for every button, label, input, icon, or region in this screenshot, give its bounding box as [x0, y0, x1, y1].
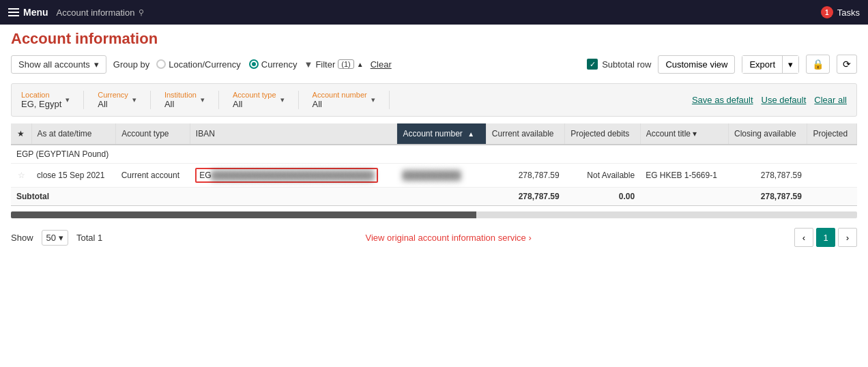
filter-section: ▼ Filter (1) ▲ — [304, 59, 364, 70]
pin-icon[interactable]: ⚲ — [139, 8, 144, 17]
account-type-filter-value: All — [233, 99, 242, 109]
menu-label: Menu — [23, 7, 48, 18]
filter-institution[interactable]: Institution All ▾ — [164, 91, 219, 109]
subtotal-projected — [807, 188, 857, 206]
footer: Show 50 ▾ Total 1 View original account … — [11, 224, 857, 251]
cell-closing-available: 278,787.59 — [728, 164, 807, 188]
currency-chevron-icon[interactable]: ▾ — [132, 96, 136, 104]
filter-account-number[interactable]: Account number All ▾ — [313, 91, 390, 109]
show-value: 50 — [46, 233, 56, 243]
th-projected-debits[interactable]: Projected debits — [565, 123, 640, 145]
radio-currency[interactable]: Currency — [249, 59, 298, 70]
cell-account-type: Current account — [116, 164, 190, 188]
filter-currency[interactable]: Currency All ▾ — [98, 91, 151, 109]
th-closing-available[interactable]: Closing available — [728, 123, 807, 145]
horizontal-scrollbar[interactable] — [11, 211, 857, 218]
subtotal-account-number — [397, 188, 486, 206]
th-iban[interactable]: IBAN — [190, 123, 397, 145]
top-nav: Menu Account information ⚲ 1 Tasks — [0, 0, 868, 25]
cell-star[interactable]: ☆ — [11, 164, 31, 188]
th-account-type[interactable]: Account type — [116, 123, 190, 145]
radio-circle-currency — [249, 59, 259, 69]
breadcrumb-text: Account information — [57, 8, 135, 18]
filter-bar: Location EG, Egypt ▾ Currency All ▾ Inst… — [11, 83, 857, 117]
clear-button[interactable]: Clear — [371, 59, 392, 70]
accounts-table: ★ As at date/time Account type IBAN Acco… — [11, 123, 857, 206]
th-date[interactable]: As at date/time — [31, 123, 116, 145]
group-by-radio-group: Location/Currency Currency — [156, 59, 297, 70]
subtotal-row-toggle[interactable]: Subtotal row — [587, 59, 651, 70]
page-title: Account information — [11, 30, 857, 48]
account-number-chevron-icon[interactable]: ▾ — [371, 96, 375, 104]
cell-account-title: EG HKEB 1-5669-1 — [640, 164, 728, 188]
account-number-blurred: ██████████ — [403, 171, 461, 180]
show-label: Show — [11, 233, 33, 243]
clear-all-button[interactable]: Clear all — [814, 95, 847, 105]
cell-account-number: ██████████ — [397, 164, 486, 188]
view-original-link[interactable]: View original account information servic… — [366, 233, 532, 243]
account-number-filter-value: All — [313, 99, 322, 109]
customise-view-button[interactable]: Customise view — [658, 55, 735, 74]
cell-projected-debits: Not Available — [565, 164, 640, 188]
refresh-button[interactable]: ⟳ — [837, 55, 857, 74]
chevron-down-icon: ▾ — [94, 59, 99, 70]
breadcrumb: Account information ⚲ — [57, 8, 145, 18]
th-account-title[interactable]: Account title ▾ — [640, 123, 728, 145]
show-select[interactable]: 50 ▾ — [42, 230, 68, 246]
use-default-button[interactable]: Use default — [762, 95, 807, 105]
th-star[interactable]: ★ — [11, 123, 31, 145]
subtotal-label-cell: Subtotal — [11, 188, 397, 206]
filter-label: Filter — [315, 59, 335, 70]
th-projected[interactable]: Projected — [807, 123, 857, 145]
export-group: Export ▾ — [742, 55, 799, 74]
th-account-number[interactable]: Account number ▲ — [397, 123, 486, 145]
radio-location-currency[interactable]: Location/Currency — [156, 59, 241, 70]
export-chevron-button[interactable]: ▾ — [783, 56, 798, 73]
chevron-down-icon: ▾ — [693, 129, 697, 138]
filter-location[interactable]: Location EG, Egypt ▾ — [21, 91, 84, 109]
save-default-button[interactable]: Save as default — [692, 95, 753, 105]
subtotal-checkbox[interactable] — [587, 59, 598, 70]
tasks-label: Tasks — [837, 8, 860, 18]
filter-icon: ▼ — [304, 59, 313, 70]
page-content: Account information Show all accounts ▾ … — [0, 25, 868, 367]
currency-radio-label: Currency — [261, 59, 298, 70]
filter-actions: Save as default Use default Clear all — [692, 95, 847, 105]
group-header-row: EGP (EGYPTIAN Pound) — [11, 145, 857, 164]
subtotal-label: Subtotal row — [602, 59, 651, 70]
account-type-chevron-icon[interactable]: ▾ — [280, 96, 285, 104]
page-next-button[interactable]: › — [838, 228, 857, 247]
menu-button[interactable]: Menu — [8, 7, 48, 18]
institution-filter-value: All — [164, 99, 174, 109]
cell-projected — [807, 164, 857, 188]
location-filter-label: Location — [21, 91, 61, 99]
institution-chevron-icon[interactable]: ▾ — [201, 96, 205, 104]
location-chevron-icon[interactable]: ▾ — [66, 96, 70, 104]
tasks-button[interactable]: 1 Tasks — [821, 6, 860, 18]
footer-center: View original account information servic… — [111, 233, 786, 243]
subtotal-projected-debits: 0.00 — [565, 188, 640, 206]
pagination: ‹ 1 › — [794, 228, 857, 247]
lock-button[interactable]: 🔒 — [806, 55, 830, 74]
toolbar: Show all accounts ▾ Group by Location/Cu… — [11, 55, 857, 74]
iban-highlight-box: EG████████████████████████████ — [195, 168, 377, 183]
tasks-badge: 1 — [821, 6, 833, 18]
filter-count: (1) — [338, 59, 353, 69]
table-row: ☆ close 15 Sep 2021 Current account EG██… — [11, 164, 857, 188]
export-button[interactable]: Export — [742, 56, 783, 73]
nav-left: Menu Account information ⚲ — [8, 7, 144, 18]
cell-date: close 15 Sep 2021 — [31, 164, 116, 188]
subtotal-closing-available: 278,787.59 — [728, 188, 807, 206]
hamburger-icon — [8, 8, 19, 16]
subtotal-account-title — [640, 188, 728, 206]
page-prev-button[interactable]: ‹ — [794, 228, 813, 247]
th-current-available[interactable]: Current available — [486, 123, 564, 145]
table-wrapper: ★ As at date/time Account type IBAN Acco… — [11, 123, 857, 206]
chevron-up-icon[interactable]: ▲ — [357, 61, 364, 68]
filter-account-type[interactable]: Account type All ▾ — [233, 91, 299, 109]
cell-current-available: 278,787.59 — [486, 164, 564, 188]
location-filter-value: EG, Egypt — [21, 99, 61, 109]
page-1-button[interactable]: 1 — [816, 228, 835, 247]
show-accounts-dropdown[interactable]: Show all accounts ▾ — [11, 55, 106, 74]
nav-right: 1 Tasks — [821, 6, 860, 18]
